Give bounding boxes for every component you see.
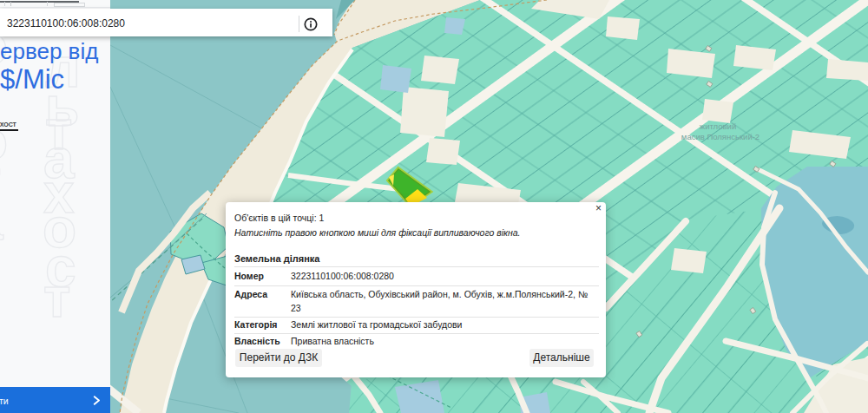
svg-text:масив Полянський-2: масив Полянський-2 <box>681 132 760 141</box>
svg-text:житловий: житловий <box>700 121 736 131</box>
